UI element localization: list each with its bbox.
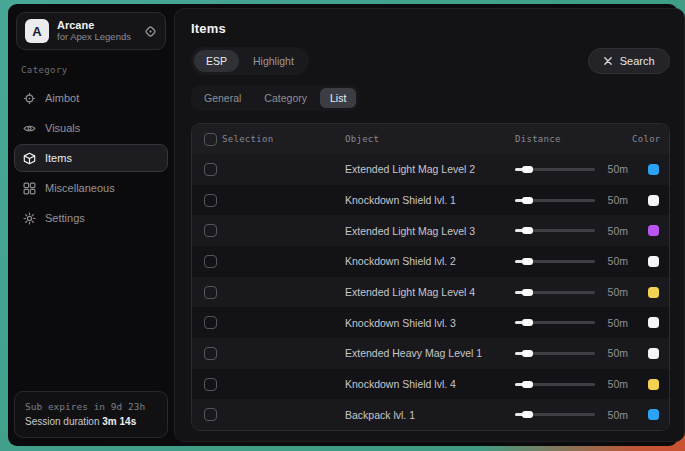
table-row: Extended Light Mag Level 250m (192, 154, 669, 185)
sidebar-item-settings[interactable]: Settings (14, 204, 168, 232)
color-swatch[interactable] (648, 317, 659, 328)
sidebar-item-visuals[interactable]: Visuals (14, 114, 168, 142)
color-swatch[interactable] (648, 225, 659, 236)
sidebar-menu: AimbotVisualsItemsMiscellaneousSettings (8, 84, 174, 232)
app-title: Arcane (57, 19, 136, 32)
color-swatch[interactable] (648, 409, 659, 420)
view-tab-list[interactable]: List (320, 88, 356, 108)
search-button[interactable]: Search (588, 48, 670, 74)
column-header-selection: Selection (222, 134, 345, 144)
color-swatch[interactable] (648, 287, 659, 298)
table-row: Knockdown Shield lvl. 250m (192, 246, 669, 277)
eye-icon (23, 122, 36, 135)
table-row: Extended Light Mag Level 350m (192, 215, 669, 246)
row-checkbox[interactable] (204, 316, 217, 329)
distance-slider-thumb[interactable] (522, 350, 533, 357)
table-row: Extended Heavy Mag Level 150m (192, 338, 669, 369)
distance-slider[interactable] (515, 383, 595, 386)
row-checkbox[interactable] (204, 224, 217, 237)
distance-value: 50m (608, 317, 632, 329)
view-tab-general[interactable]: General (194, 88, 251, 108)
distance-slider[interactable] (515, 168, 595, 171)
table-row: Knockdown Shield lvl. 150m (192, 185, 669, 216)
distance-slider[interactable] (515, 229, 595, 232)
distance-slider[interactable] (515, 260, 595, 263)
row-checkbox[interactable] (204, 347, 217, 360)
table-row: Backpack lvl. 150m (192, 399, 669, 430)
search-x-icon (603, 56, 613, 66)
object-name: Knockdown Shield lvl. 1 (345, 194, 515, 206)
gear-icon (23, 212, 36, 225)
page-title: Items (191, 21, 670, 36)
distance-slider[interactable] (515, 413, 595, 416)
distance-slider[interactable] (515, 352, 595, 355)
object-name: Knockdown Shield lvl. 4 (345, 378, 515, 390)
app-window: A Arcane for Apex Legends Category Aimbo… (8, 4, 678, 446)
distance-slider-thumb[interactable] (522, 258, 533, 265)
distance-slider[interactable] (515, 199, 595, 202)
color-swatch[interactable] (648, 195, 659, 206)
distance-value: 50m (608, 409, 632, 421)
object-name: Extended Light Mag Level 4 (345, 286, 515, 298)
items-panel: Items ESPHighlight Search GeneralCategor… (174, 8, 685, 442)
row-checkbox[interactable] (204, 378, 217, 391)
object-name: Knockdown Shield lvl. 3 (345, 317, 515, 329)
distance-slider-thumb[interactable] (522, 411, 533, 418)
distance-slider-thumb[interactable] (522, 197, 533, 204)
table-row: Extended Light Mag Level 450m (192, 277, 669, 308)
category-section-label: Category (21, 65, 174, 75)
table-row: Knockdown Shield lvl. 350m (192, 307, 669, 338)
object-name: Extended Light Mag Level 3 (345, 225, 515, 237)
table-row: Knockdown Shield lvl. 450m (192, 369, 669, 400)
distance-value: 50m (608, 163, 632, 175)
distance-slider[interactable] (515, 321, 595, 324)
crosshair-icon (23, 92, 36, 105)
mode-tabs: ESPHighlight (191, 47, 309, 75)
sidebar-item-label: Aimbot (45, 92, 79, 104)
distance-value: 50m (608, 225, 632, 237)
sidebar-item-miscellaneous[interactable]: Miscellaneous (14, 174, 168, 202)
color-swatch[interactable] (648, 348, 659, 359)
row-checkbox[interactable] (204, 163, 217, 176)
app-subtitle: for Apex Legends (57, 32, 136, 43)
mode-tab-highlight[interactable]: Highlight (241, 50, 306, 72)
sub-expires-text: Sub expires in 9d 23h (25, 400, 157, 414)
search-button-label: Search (620, 55, 655, 67)
object-name: Extended Heavy Mag Level 1 (345, 347, 515, 359)
distance-value: 50m (608, 194, 632, 206)
row-checkbox[interactable] (204, 408, 217, 421)
object-name: Extended Light Mag Level 2 (345, 163, 515, 175)
distance-value: 50m (608, 286, 632, 298)
toolbar: ESPHighlight Search (191, 47, 670, 75)
session-info-card: Sub expires in 9d 23h Session duration 3… (14, 391, 168, 438)
row-checkbox[interactable] (204, 255, 217, 268)
mode-tab-esp[interactable]: ESP (194, 50, 239, 72)
sidebar-item-label: Visuals (45, 122, 80, 134)
color-swatch[interactable] (648, 164, 659, 175)
sidebar-item-aimbot[interactable]: Aimbot (14, 84, 168, 112)
brand-card: A Arcane for Apex Legends (16, 12, 166, 50)
color-swatch[interactable] (648, 256, 659, 267)
view-tab-category[interactable]: Category (254, 88, 317, 108)
distance-slider-thumb[interactable] (522, 289, 533, 296)
color-swatch[interactable] (648, 379, 659, 390)
distance-value: 50m (608, 347, 632, 359)
column-header-distance: Distance (515, 134, 632, 144)
distance-slider-thumb[interactable] (522, 381, 533, 388)
sidebar-item-items[interactable]: Items (14, 144, 168, 172)
sidebar-item-label: Items (45, 152, 72, 164)
items-table: Selection Object Distance Color Extended… (191, 123, 670, 431)
distance-slider-thumb[interactable] (522, 319, 533, 326)
diamond-icon[interactable] (144, 25, 157, 38)
distance-value: 50m (608, 255, 632, 267)
sidebar-item-label: Settings (45, 212, 85, 224)
distance-slider-thumb[interactable] (522, 166, 533, 173)
distance-slider[interactable] (515, 291, 595, 294)
object-name: Backpack lvl. 1 (345, 409, 515, 421)
table-body: Extended Light Mag Level 250mKnockdown S… (192, 154, 669, 430)
distance-slider-thumb[interactable] (522, 227, 533, 234)
table-header-row: Selection Object Distance Color (192, 124, 669, 154)
select-all-checkbox[interactable] (204, 133, 217, 146)
row-checkbox[interactable] (204, 286, 217, 299)
row-checkbox[interactable] (204, 194, 217, 207)
